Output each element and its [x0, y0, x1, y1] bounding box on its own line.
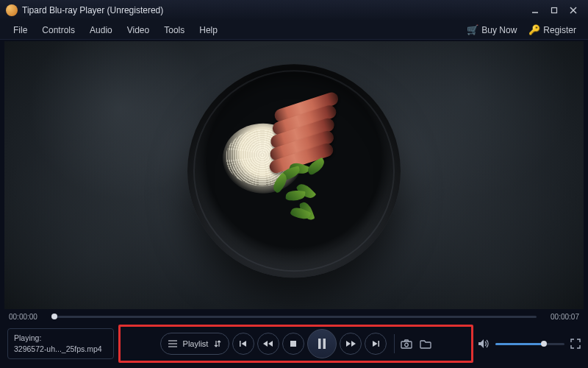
- menubar: File Controls Audio Video Tools Help 🛒 B…: [0, 21, 588, 40]
- controls-bar: Playing: 3296572-uh..._25fps.mp4 Playlis…: [0, 324, 588, 368]
- extra-controls: [394, 334, 431, 353]
- svg-marker-20: [478, 339, 484, 348]
- register-label: Register: [543, 25, 576, 35]
- svg-rect-1: [552, 8, 557, 13]
- time-total: 00:00:07: [542, 313, 579, 321]
- volume-group: [478, 339, 581, 349]
- minimize-button[interactable]: [526, 4, 544, 17]
- volume-slider[interactable]: [495, 343, 564, 345]
- seek-bar: 00:00:00 00:00:07: [0, 309, 588, 324]
- seek-track[interactable]: [51, 316, 537, 318]
- menu-video[interactable]: Video: [120, 25, 157, 35]
- svg-marker-15: [351, 341, 356, 347]
- key-icon: 🔑: [528, 24, 540, 35]
- cart-icon: 🛒: [467, 24, 478, 35]
- fullscreen-button[interactable]: [570, 339, 581, 349]
- menu-help[interactable]: Help: [192, 25, 225, 35]
- register-link[interactable]: 🔑 Register: [523, 24, 582, 35]
- buy-now-label: Buy Now: [481, 25, 517, 35]
- time-elapsed: 00:00:00: [9, 313, 46, 321]
- svg-rect-12: [318, 339, 321, 349]
- svg-marker-8: [242, 341, 247, 347]
- menu-file[interactable]: File: [6, 25, 35, 35]
- snapshot-button[interactable]: [401, 339, 412, 349]
- titlebar: Tipard Blu-ray Player (Unregistered): [0, 0, 588, 21]
- forward-button[interactable]: [340, 333, 362, 355]
- volume-fill: [495, 343, 544, 345]
- now-playing-filename: 3296572-uh..._25fps.mp4: [14, 344, 107, 355]
- rewind-button[interactable]: [257, 333, 279, 355]
- video-frame: [4, 41, 584, 309]
- svg-point-19: [405, 343, 409, 347]
- previous-button[interactable]: [232, 333, 254, 355]
- stop-button[interactable]: [282, 333, 304, 355]
- menu-controls[interactable]: Controls: [35, 25, 82, 35]
- svg-marker-9: [263, 341, 268, 347]
- svg-marker-16: [373, 341, 378, 347]
- now-playing-box: Playing: 3296572-uh..._25fps.mp4: [7, 328, 114, 359]
- svg-rect-13: [323, 339, 326, 349]
- svg-rect-11: [290, 341, 296, 347]
- video-viewport[interactable]: [4, 41, 584, 309]
- list-icon: [168, 340, 177, 347]
- svg-marker-10: [268, 341, 273, 347]
- window-title: Tipard Blu-ray Player (Unregistered): [22, 5, 163, 15]
- svg-rect-7: [240, 341, 241, 347]
- open-file-button[interactable]: [420, 339, 431, 349]
- app-logo-icon: [6, 4, 18, 16]
- maximize-button[interactable]: [545, 4, 563, 17]
- sort-icon: [214, 340, 221, 347]
- menu-audio[interactable]: Audio: [82, 25, 120, 35]
- svg-rect-18: [401, 342, 412, 348]
- next-button[interactable]: [365, 333, 387, 355]
- volume-icon[interactable]: [478, 339, 490, 349]
- close-button[interactable]: [564, 4, 582, 17]
- playlist-label: Playlist: [183, 339, 209, 348]
- app-window: Tipard Blu-ray Player (Unregistered) Fil…: [0, 0, 588, 368]
- pause-button[interactable]: [307, 329, 337, 358]
- playlist-button[interactable]: Playlist: [160, 333, 230, 355]
- svg-rect-17: [379, 341, 380, 347]
- volume-thumb[interactable]: [541, 341, 547, 347]
- transport-controls: Playlist: [120, 329, 472, 358]
- seek-thumb[interactable]: [51, 314, 57, 319]
- now-playing-label: Playing:: [14, 333, 107, 344]
- buy-now-link[interactable]: 🛒 Buy Now: [461, 24, 523, 35]
- svg-marker-14: [346, 341, 351, 347]
- menu-tools[interactable]: Tools: [157, 25, 192, 35]
